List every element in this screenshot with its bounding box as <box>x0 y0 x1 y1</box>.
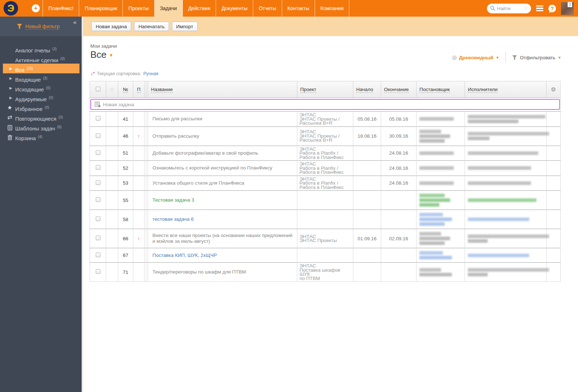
quick-add-task-box[interactable] <box>90 99 560 110</box>
task-row-41[interactable]: 41Письмо для рассылкиЭНТАСЭНТАС Проекты … <box>90 112 561 127</box>
row-star-cell[interactable] <box>106 126 118 146</box>
topnav-tab-6[interactable]: Отчеты <box>253 0 282 17</box>
task-name-link[interactable]: тестовая задача 6 <box>148 210 297 229</box>
row-checkbox[interactable] <box>96 253 100 257</box>
sidebar-item-label: Все <box>15 67 25 73</box>
column-header-start[interactable]: Начало <box>356 87 373 93</box>
star-column-icon[interactable]: ☆ <box>109 86 114 92</box>
planfix-logo-icon[interactable]: Э <box>4 1 18 16</box>
row-star-cell[interactable] <box>106 191 118 210</box>
row-checkbox[interactable] <box>96 180 100 185</box>
task-row-52[interactable]: 52Ознакомьтесь с короткой инструкцией по… <box>90 161 561 176</box>
sidebar-item-1[interactable]: Активные сделки (0) <box>3 54 79 64</box>
task-name-link[interactable]: Добавьте фотографию/аватар в свой профил… <box>148 146 297 161</box>
row-checkbox[interactable] <box>96 216 100 221</box>
topnav-tab-1[interactable]: Планировщик <box>79 0 123 17</box>
view-mode-dropdown[interactable]: Древовидный <box>459 55 493 60</box>
row-star-cell[interactable] <box>106 161 118 176</box>
topnav-tab-5[interactable]: Документы <box>216 0 253 17</box>
row-checkbox[interactable] <box>96 269 100 274</box>
task-row-51[interactable]: 51Добавьте фотографию/аватар в свой проф… <box>90 146 561 161</box>
topnav-tab-2[interactable]: Проекты <box>123 0 154 17</box>
task-name-link[interactable]: Ознакомьтесь с короткой инструкцией по П… <box>148 161 297 176</box>
sidebar-item-2[interactable]: ▶Все (10) <box>3 64 79 73</box>
task-row-55[interactable]: 55Тестовая задача 3 <box>90 191 561 210</box>
expand-arrow-icon[interactable]: ▶ <box>9 93 12 103</box>
sidebar-item-7[interactable]: ⇄Повторяющиеся (0) <box>3 112 79 122</box>
row-checkbox[interactable] <box>96 165 100 170</box>
column-header-assignees[interactable]: Исполнители <box>468 87 497 93</box>
task-name-link[interactable]: Внести все наши проекты (на основании на… <box>148 229 297 248</box>
row-checkbox[interactable] <box>96 133 100 138</box>
sidebar-item-3[interactable]: ▶Входящие (3) <box>3 73 79 83</box>
column-header-end[interactable]: Окончание <box>384 87 409 93</box>
row-star-cell[interactable] <box>106 146 118 161</box>
select-all-checkbox[interactable] <box>96 87 100 91</box>
task-start-date <box>353 248 381 263</box>
task-row-46[interactable]: 46↑Отправить рассылкуЭНТАСЭНТАС Проекты … <box>90 126 561 146</box>
task-row-66[interactable]: 66↑Внести все наши проекты (на основании… <box>90 229 561 248</box>
column-header-project[interactable]: Проект <box>300 87 316 93</box>
sidebar-item-6[interactable]: ★Избранное (0) <box>3 103 79 112</box>
task-name-link[interactable]: Тендер/переговоры по шкафм для ПТВМ <box>148 263 297 282</box>
row-gear-cell <box>547 112 561 127</box>
filter-caret-icon[interactable]: ▼ <box>558 56 561 60</box>
row-star-cell[interactable] <box>106 176 118 191</box>
task-row-67[interactable]: 67Поставка КИП, ШУК, 2хЩЧР <box>90 248 561 263</box>
sidebar-item-0[interactable]: Аналог пчелы (3) <box>3 44 79 54</box>
collapse-sidebar-icon[interactable]: « <box>73 19 77 26</box>
filter-dropdown[interactable]: Отфильтровать <box>520 55 555 60</box>
row-checkbox[interactable] <box>96 150 100 155</box>
sidebar-item-4[interactable]: ▶Исходящие (0) <box>3 83 79 93</box>
table-settings-gear-icon[interactable]: ⚙ <box>551 86 556 92</box>
row-star-cell[interactable] <box>106 263 118 282</box>
topnav-tab-0[interactable]: ПланФикс! <box>43 0 79 17</box>
menu-icon[interactable] <box>536 5 543 11</box>
topnav-tab-8[interactable]: Компания <box>315 0 349 17</box>
view-mode-caret-icon[interactable]: ▼ <box>496 56 499 60</box>
expand-arrow-icon[interactable]: ▶ <box>9 83 12 93</box>
row-star-cell[interactable] <box>106 112 118 127</box>
task-name-link[interactable]: Письмо для рассылки <box>148 112 297 127</box>
new-task-button[interactable]: Новая задача <box>91 22 131 31</box>
title-dropdown-icon[interactable]: ▼ <box>109 53 113 58</box>
task-row-58[interactable]: 58тестовая задача 6 <box>90 210 561 229</box>
row-star-cell[interactable] <box>106 248 118 263</box>
column-header-name[interactable]: Название <box>151 87 173 93</box>
expand-arrow-icon[interactable]: ▶ <box>9 64 12 73</box>
print-button[interactable]: Напечатать <box>134 22 169 31</box>
row-star-cell[interactable] <box>106 229 118 248</box>
import-button[interactable]: Импорт <box>172 22 198 31</box>
new-filter-link[interactable]: Новый фильтр <box>25 23 60 30</box>
quick-add-task-input[interactable] <box>101 102 559 107</box>
topbar-right-cluster: ☆ ? 3 <box>487 0 574 17</box>
help-icon[interactable]: ? <box>548 5 556 12</box>
task-name-link[interactable]: Тестовая задача 3 <box>148 191 297 210</box>
column-header-poster[interactable]: Постановщик <box>419 87 450 93</box>
row-checkbox[interactable] <box>96 116 100 121</box>
topnav-tab-3[interactable]: Задачи <box>155 0 183 17</box>
column-header-num[interactable]: № <box>123 87 128 93</box>
sidebar-item-5[interactable]: ▶Аудируемые (0) <box>3 93 79 103</box>
task-row-71[interactable]: 71Тендер/переговоры по шкафм для ПТВМЭНТ… <box>90 263 561 282</box>
task-name-link[interactable]: Установка общего стиля для ПланФикса <box>148 176 297 191</box>
row-checkbox[interactable] <box>96 236 100 240</box>
sidebar-item-9[interactable]: Корзина (4) <box>3 132 79 142</box>
search-favorites-icon[interactable]: ☆ <box>523 5 528 11</box>
topnav-tab-7[interactable]: Контакты <box>282 0 315 17</box>
expand-arrow-icon[interactable]: ▶ <box>9 73 12 83</box>
topnav-tab-4[interactable]: Действия <box>183 0 216 17</box>
row-checkbox[interactable] <box>96 197 100 202</box>
priority-cell <box>133 248 144 263</box>
sidebar-item-8[interactable]: Шаблоны задач (8) <box>3 122 79 132</box>
sort-value-link[interactable]: Ручная <box>143 71 159 76</box>
search-box[interactable]: ☆ <box>487 4 531 13</box>
search-input[interactable] <box>497 6 522 11</box>
task-row-53[interactable]: 53Установка общего стиля для ПланФиксаЭН… <box>90 176 561 191</box>
task-name-link[interactable]: Поставка КИП, ШУК, 2хЩЧР <box>148 248 297 263</box>
row-star-cell[interactable] <box>106 210 118 229</box>
task-name-link[interactable]: Отправить рассылку <box>148 126 297 146</box>
notification-badge[interactable]: 3 <box>568 2 572 7</box>
global-add-button[interactable]: + <box>32 4 40 12</box>
column-header-priority[interactable]: П <box>137 87 141 93</box>
